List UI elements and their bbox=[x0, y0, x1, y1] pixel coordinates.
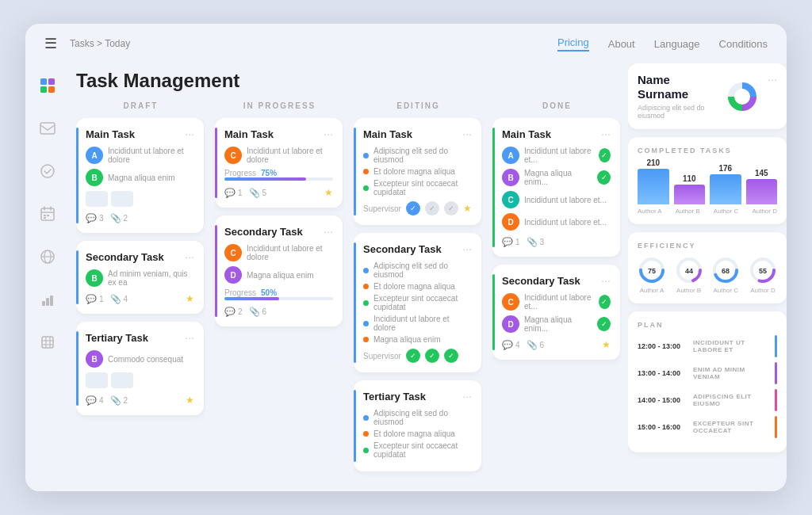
attach-count: 📎6 bbox=[527, 340, 545, 350]
page-title: Task Management bbox=[76, 70, 622, 92]
avatar-row-1: A Incididunt ut labore et... ✓ bbox=[502, 147, 611, 164]
avatar-b: B bbox=[86, 169, 103, 186]
card-more-button[interactable]: ··· bbox=[462, 128, 472, 140]
bullet-text: Adipiscing elit sed do eiusmod bbox=[373, 261, 472, 279]
avatar-a: A bbox=[86, 147, 103, 164]
col-header-done: Done bbox=[492, 101, 622, 110]
nav-conditions[interactable]: Conditions bbox=[719, 38, 768, 50]
card-bar bbox=[76, 128, 79, 223]
card-footer: 💬4 📎6 ★ bbox=[502, 339, 611, 350]
attach-count: 📎4 bbox=[110, 294, 128, 304]
card-more-button[interactable]: ··· bbox=[462, 390, 472, 402]
card-more-button[interactable]: ··· bbox=[324, 225, 333, 238]
sidebar-check-icon[interactable] bbox=[35, 158, 60, 184]
card-more-button[interactable]: ··· bbox=[601, 274, 611, 287]
supervisor-label: Supervisor bbox=[363, 352, 401, 360]
card-more-button[interactable]: ··· bbox=[185, 128, 194, 140]
avatar-text-2: Magna aliqua enim bbox=[108, 174, 175, 182]
col-cards-draft: Main Task ··· A Incididunt ut labore et … bbox=[76, 118, 205, 491]
check-circle-1: ✓ bbox=[406, 349, 420, 363]
avatar-b: B bbox=[502, 169, 519, 186]
avatar-row-2: D Magna aliqua enim bbox=[224, 266, 333, 284]
col-header-draft: Draft bbox=[76, 101, 205, 110]
donut-svg-b: 44 bbox=[675, 256, 703, 284]
attach-icon: 📎 bbox=[527, 237, 538, 247]
sidebar bbox=[25, 63, 70, 491]
avatar-d: D bbox=[224, 266, 242, 284]
bullet-item-4: Incididunt ut labore et dolore bbox=[363, 315, 472, 332]
comment-count: 💬1 bbox=[224, 188, 243, 198]
card-header: Tertiary Task ··· bbox=[86, 331, 194, 344]
avatar-row-2: D Magna aliqua enim... ✓ bbox=[502, 315, 611, 333]
card-more-button[interactable]: ··· bbox=[462, 242, 472, 255]
bar-chart: 210 110 176 145 bbox=[638, 161, 777, 204]
card-more-button[interactable]: ··· bbox=[185, 250, 194, 263]
star-icon[interactable]: ★ bbox=[602, 339, 611, 350]
sidebar-grid-icon[interactable] bbox=[35, 73, 60, 98]
avatar-c: C bbox=[224, 244, 242, 261]
avatar-row-3: C Incididunt ut labore et... bbox=[502, 191, 611, 208]
bullet-dot bbox=[363, 169, 369, 174]
donut-svg-d: 55 bbox=[749, 256, 777, 284]
sidebar-calendar-icon[interactable] bbox=[35, 201, 60, 227]
avatar-b: B bbox=[86, 350, 103, 368]
card-bar bbox=[76, 250, 79, 304]
card-title: Main Task bbox=[86, 128, 135, 140]
bar-val-a: 210 bbox=[646, 158, 660, 167]
sidebar-globe-icon[interactable] bbox=[35, 244, 60, 269]
sidebar-chart-icon[interactable] bbox=[35, 287, 60, 312]
card-more-button[interactable]: ··· bbox=[185, 331, 194, 344]
plan-desc-2: Enim ad minim veniam bbox=[693, 366, 768, 380]
col-cards-in-progress: Main Task ··· C Incididunt ut labore et … bbox=[215, 118, 344, 491]
comment-count: 💬3 bbox=[86, 213, 104, 223]
card-footer: 💬1 📎5 ★ bbox=[224, 187, 333, 198]
bar-label-d: Author D bbox=[752, 208, 777, 215]
card-bar bbox=[215, 225, 217, 317]
nav-language[interactable]: Language bbox=[654, 38, 700, 50]
svg-rect-19 bbox=[42, 337, 53, 348]
card-header: Secondary Task ··· bbox=[86, 250, 194, 263]
app-container: ☰ Tasks > Today Pricing About Language C… bbox=[25, 24, 787, 491]
supervisor-label: Supervisor bbox=[363, 204, 401, 213]
col-done: Done Main Task ··· A Incididunt ut labo bbox=[492, 101, 622, 491]
plan-bar-2 bbox=[775, 362, 777, 384]
card-bar bbox=[76, 331, 79, 406]
bullet-dot bbox=[363, 268, 369, 273]
avatar-text: Incididunt ut labore et dolore bbox=[247, 244, 333, 261]
nav-about[interactable]: About bbox=[608, 38, 635, 50]
star-icon[interactable]: ★ bbox=[463, 203, 472, 214]
plan-title: Plan bbox=[638, 321, 777, 329]
attach-count: 📎6 bbox=[249, 307, 267, 317]
card-draft-tertiary: Tertiary Task ··· B Commodo consequat bbox=[76, 322, 204, 415]
plan-bar-4 bbox=[775, 416, 777, 438]
nav-pricing[interactable]: Pricing bbox=[557, 36, 589, 52]
hamburger-button[interactable]: ☰ bbox=[44, 35, 57, 52]
star-icon[interactable]: ★ bbox=[186, 293, 194, 304]
col-cards-done: Main Task ··· A Incididunt ut labore et.… bbox=[492, 118, 622, 491]
attach-icon: 📎 bbox=[249, 188, 260, 198]
profile-more-button[interactable]: ··· bbox=[768, 73, 777, 86]
donut-label-b: Author B bbox=[676, 287, 701, 294]
star-icon[interactable]: ★ bbox=[324, 187, 333, 198]
progress-label: Progress bbox=[224, 169, 256, 177]
card-more-button[interactable]: ··· bbox=[324, 128, 333, 140]
donut-svg-a: 75 bbox=[638, 256, 666, 284]
card-footer: 💬2 📎6 bbox=[224, 307, 333, 317]
card-editing-tertiary: Tertiary Task ··· Adipiscing elit sed do… bbox=[354, 380, 481, 471]
card-footer: 💬1 📎4 ★ bbox=[86, 293, 194, 304]
donut-c: 68 Author C bbox=[711, 256, 740, 294]
sidebar-layers-icon[interactable] bbox=[35, 330, 60, 355]
avatar-row: B Commodo consequat bbox=[86, 350, 194, 368]
card-header: Main Task ··· bbox=[224, 128, 333, 140]
card-draft-main: Main Task ··· A Incididunt ut labore et … bbox=[76, 118, 204, 233]
avatar-text: Magna aliqua enim... bbox=[524, 315, 592, 333]
bar-group-a: 210 bbox=[638, 158, 669, 204]
svg-rect-10 bbox=[44, 215, 46, 216]
col-in-progress: In Progress Main Task ··· C Incididunt bbox=[215, 101, 344, 491]
card-bar bbox=[492, 274, 495, 350]
bullet-dot bbox=[363, 321, 369, 326]
star-icon[interactable]: ★ bbox=[186, 395, 194, 406]
sidebar-mail-icon[interactable] bbox=[35, 116, 60, 141]
bar-b bbox=[674, 185, 706, 204]
card-more-button[interactable]: ··· bbox=[601, 128, 611, 140]
